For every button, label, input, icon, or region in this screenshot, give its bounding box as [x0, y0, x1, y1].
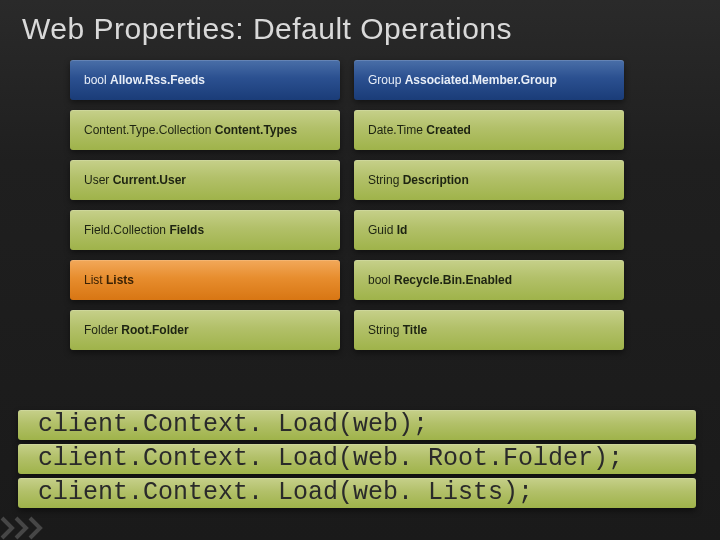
prop-description: String Description [354, 160, 624, 200]
prop-label: String Title [368, 323, 427, 337]
prop-label: List Lists [84, 273, 134, 287]
prop-label: String Description [368, 173, 469, 187]
prop-label: Folder Root.Folder [84, 323, 189, 337]
prop-label: Date.Time Created [368, 123, 471, 137]
code-line: client.Context. Load(web. Lists); [18, 476, 696, 510]
code-text: client.Context. Load(web. Root.Folder); [18, 442, 696, 476]
prop-id: Guid Id [354, 210, 624, 250]
prop-content-types: Content.Type.Collection Content.Types [70, 110, 340, 150]
prop-root-folder: Folder Root.Folder [70, 310, 340, 350]
prop-recycle-bin-enabled: bool Recycle.Bin.Enabled [354, 260, 624, 300]
code-line: client.Context. Load(web); [18, 408, 696, 442]
prop-label: bool Allow.Rss.Feeds [84, 73, 205, 87]
prop-label: Content.Type.Collection Content.Types [84, 123, 297, 137]
properties-grid: bool Allow.Rss.Feeds Group Associated.Me… [0, 60, 720, 350]
prop-associated-member-group: Group Associated.Member.Group [354, 60, 624, 100]
prop-lists: List Lists [70, 260, 340, 300]
prop-label: Guid Id [368, 223, 407, 237]
page-title: Web Properties: Default Operations [0, 0, 720, 60]
prop-allow-rss-feeds: bool Allow.Rss.Feeds [70, 60, 340, 100]
prop-label: Group Associated.Member.Group [368, 73, 557, 87]
prop-fields: Field.Collection Fields [70, 210, 340, 250]
prop-current-user: User Current.User [70, 160, 340, 200]
prop-label: User Current.User [84, 173, 186, 187]
prop-label: bool Recycle.Bin.Enabled [368, 273, 512, 287]
code-line: client.Context. Load(web. Root.Folder); [18, 442, 696, 476]
prop-label: Field.Collection Fields [84, 223, 204, 237]
code-text: client.Context. Load(web. Lists); [18, 476, 696, 510]
prop-created: Date.Time Created [354, 110, 624, 150]
chevrons-icon [0, 516, 60, 540]
code-block: client.Context. Load(web); client.Contex… [18, 408, 696, 510]
prop-title: String Title [354, 310, 624, 350]
code-text: client.Context. Load(web); [18, 408, 696, 442]
